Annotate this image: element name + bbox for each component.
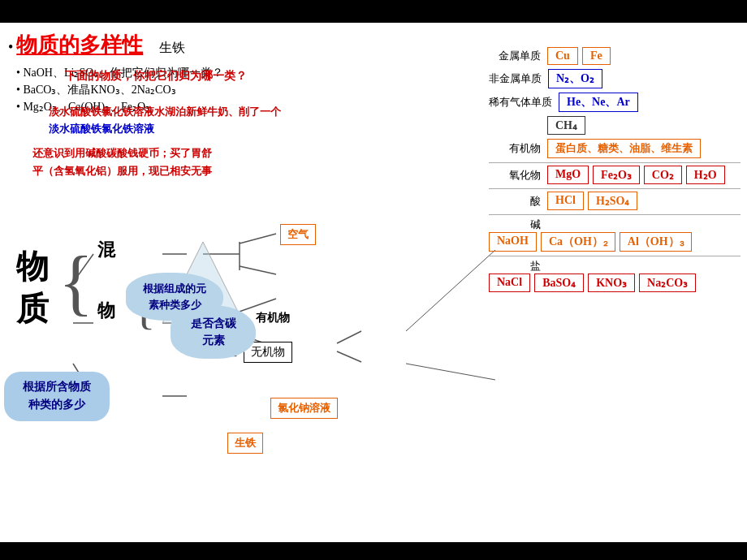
mgo-box: MgO [547, 166, 589, 184]
svg-line-14 [406, 250, 495, 331]
hcl-box: HCl [547, 192, 584, 210]
fe2o3-box: Fe₂O₃ [593, 166, 640, 184]
shengtie-box: 生铁 [227, 433, 263, 454]
nacl-sol-box: 氯化钠溶液 [270, 398, 338, 419]
overlay-red-1: 下面的物质，你把它们归为哪一类？ [65, 67, 247, 84]
naoh-box: NaOH [489, 232, 537, 252]
svg-line-15 [406, 364, 495, 380]
overlay-red-2: 淡水硫酸铁氯化铁溶液水湖泊新鲜牛奶、削了一个 淡水硫酸铁氯化铁溶液 [49, 104, 281, 138]
svg-line-13 [337, 351, 361, 362]
row-yanghuawu: 氧化物 MgO Fe₂O₃ CO₂ H₂O [489, 166, 741, 184]
nacl-box: NaCl [489, 274, 530, 292]
row-youji-ch4: CH₄ [489, 116, 741, 135]
content: • 物质的多样性 生铁 • NaOH、Li₂SO₄、你把它们归为哪一类？ • B… [0, 23, 747, 560]
n2o2-box: N₂、O₂ [548, 69, 602, 88]
caoh2-box: Ca（OH）₂ [541, 232, 615, 252]
bullet2: • BaCO₃、准晶KNO₃、2Na₂CO₃ [16, 83, 382, 97]
row-jinshu-danzhi: 金属单质 Cu Fe [489, 47, 741, 65]
danbaizhi-box: 蛋白质、糖类、油脂、维生素 [547, 139, 701, 158]
fe-box: Fe [582, 47, 611, 65]
ch4-box: CH₄ [547, 116, 585, 135]
chunwuzhi-label: 物 [97, 299, 115, 323]
divider-2 [489, 188, 741, 189]
kno3-box: KNO₃ [588, 274, 635, 292]
brace-wuzhi: { [58, 246, 93, 319]
cu-box: Cu [547, 47, 578, 65]
slide-title: 物质的多样性 [16, 31, 143, 59]
right-classification-panel: 金属单质 Cu Fe 非金属单质 N₂、O₂ 稀有气体单质 He、Ne、Ar [489, 47, 741, 296]
row-yan: 盐 NaCl BaSO₄ KNO₃ Na₂CO₃ [489, 259, 741, 292]
row-jian: 碱 NaOH Ca（OH）₂ Al（OH）₃ [489, 218, 741, 252]
h2so4-box: H₂SO₄ [588, 192, 638, 210]
row-feijinshu-danzhi: 非金属单质 N₂、O₂ [489, 69, 741, 88]
co2-box: CO₂ [644, 166, 682, 184]
kongqi-box: 空气 [280, 224, 316, 245]
divider-4 [489, 256, 741, 256]
top-bar [0, 0, 747, 23]
hunhewu-label: 混 [97, 238, 115, 262]
overlay-red-3: 还意识到用碱酸碳酸钱硬币；买了胃舒 平（含氢氧化铝）服用，现已相安无事 [32, 144, 212, 180]
wuzhi-label: 物质 [16, 246, 49, 330]
na2co3-box: Na₂CO₃ [639, 274, 696, 292]
h2o-box: H₂O [686, 166, 725, 184]
aloh3-box: Al（OH）₃ [620, 232, 692, 252]
svg-line-12 [337, 331, 361, 343]
divider-3 [489, 214, 741, 215]
youjiwu-label: 有机物 [256, 311, 290, 325]
row-suan: 酸 HCl H₂SO₄ [489, 192, 741, 210]
bottom-bar [0, 542, 747, 560]
divider-1 [489, 162, 741, 163]
genjuyuansu-cloud: 根据组成的元素种类多少 [126, 273, 223, 321]
slide: • 物质的多样性 生铁 • NaOH、Li₂SO₄、你把它们归为哪一类？ • B… [0, 0, 747, 560]
baso4-box: BaSO₄ [534, 274, 584, 292]
row-xiyou-danzhi: 稀有气体单质 He、Ne、Ar [489, 93, 741, 112]
genjushaoduoshao-box: 根据所含物质种类的多少 [4, 372, 110, 421]
row-youji-big: 有机物 蛋白质、糖类、油脂、维生素 [489, 139, 741, 158]
hene-box: He、Ne、Ar [559, 93, 638, 112]
